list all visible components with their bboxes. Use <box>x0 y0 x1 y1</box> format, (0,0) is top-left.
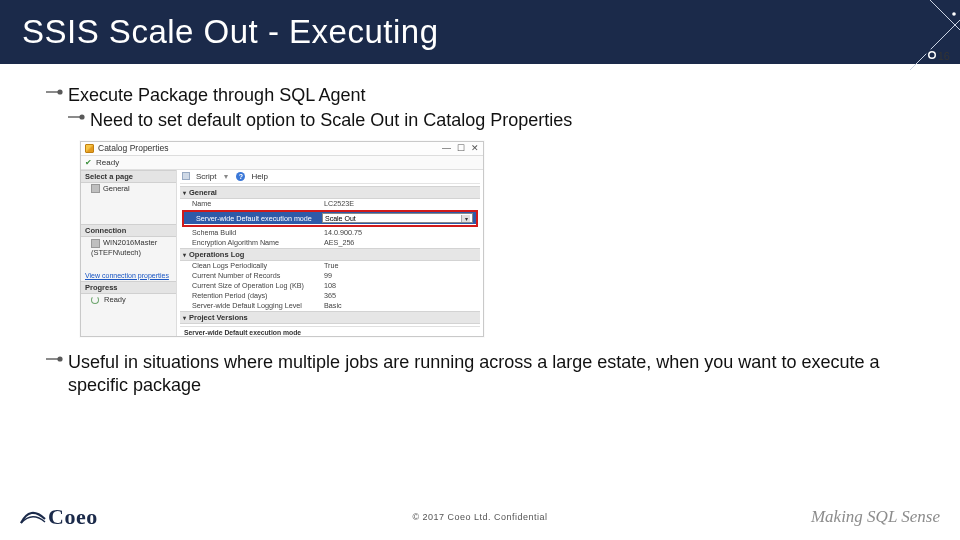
exec-mode-label: Server-wide Default execution mode <box>196 214 322 223</box>
ready-label: Ready <box>96 158 119 167</box>
svg-point-11 <box>57 356 62 361</box>
group-oplog: ▾Operations Log <box>180 248 480 261</box>
prop-row: Schema Build14.0.900.75 <box>180 228 480 238</box>
desc-title: Server-wide Default execution mode <box>184 329 476 336</box>
tagline: Making SQL Sense <box>811 507 940 527</box>
logo-swoosh-icon <box>20 509 46 525</box>
bullet-icon <box>46 88 68 96</box>
left-item-general[interactable]: General <box>81 183 176 195</box>
chevron-down-icon[interactable]: ▾ <box>461 215 470 222</box>
view-connection-link[interactable]: View connection properties <box>81 270 176 281</box>
bullet-text: Execute Package through SQL Agent <box>68 84 914 107</box>
script-icon[interactable] <box>182 172 190 180</box>
slide-footer: Coeo © 2017 Coeo Ltd. Confidential Makin… <box>0 498 960 540</box>
prop-row: Current Size of Operation Log (KB)108 <box>180 281 480 291</box>
bullet-item: Useful in situations where multiple jobs… <box>46 351 914 398</box>
prop-row: Current Number of Records99 <box>180 271 480 281</box>
bullet-icon <box>68 113 90 121</box>
slide-title: SSIS Scale Out - Executing <box>22 13 439 51</box>
catalog-properties-dialog: Catalog Properties — ☐ ✕ ✔ Ready Select … <box>80 141 484 337</box>
dialog-titlebar: Catalog Properties — ☐ ✕ <box>81 142 483 156</box>
copyright: © 2017 Coeo Ltd. Confidential <box>412 512 547 522</box>
svg-line-0 <box>920 0 960 40</box>
exec-mode-value: Scale Out <box>325 215 356 222</box>
svg-point-4 <box>930 53 935 58</box>
close-icon[interactable]: ✕ <box>471 143 479 153</box>
connection-header: Connection <box>81 224 176 237</box>
svg-line-1 <box>910 10 960 70</box>
connection-value: WIN2016Master (STEFN\utech) <box>81 237 176 258</box>
maximize-icon[interactable]: ☐ <box>457 143 465 153</box>
svg-point-9 <box>79 115 84 120</box>
prop-row: NameLC2523E <box>180 199 480 209</box>
help-label[interactable]: Help <box>251 172 267 181</box>
prop-row: Encryption Algorithm NameAES_256 <box>180 238 480 248</box>
prop-row-execution-mode[interactable]: Server-wide Default execution mode Scale… <box>184 212 476 224</box>
page-number: 16 <box>938 50 950 62</box>
spinner-icon <box>91 296 99 304</box>
group-project-versions: ▾Project Versions <box>180 311 480 324</box>
prop-row: Server-wide Default Logging LevelBasic <box>180 301 480 311</box>
bullet-item: Execute Package through SQL Agent <box>46 84 914 107</box>
slide-header: SSIS Scale Out - Executing <box>0 0 960 64</box>
bullet-item-sub: Need to set default option to Scale Out … <box>68 109 914 132</box>
property-description: Server-wide Default execution mode The d… <box>180 326 480 336</box>
help-icon[interactable]: ? <box>236 172 245 181</box>
logo-text: Coeo <box>48 504 98 530</box>
right-toolbar: Script ▾ ? Help <box>180 172 480 184</box>
script-label[interactable]: Script <box>196 172 216 181</box>
dialog-left-panel: Select a page General Connection WIN2016… <box>81 170 177 336</box>
progress-header: Progress <box>81 281 176 294</box>
group-general: ▾General <box>180 186 480 199</box>
select-page-header: Select a page <box>81 170 176 183</box>
bullet-text: Need to set default option to Scale Out … <box>90 109 914 132</box>
bullet-icon <box>46 355 68 363</box>
dialog-right-panel: Script ▾ ? Help ▾General NameLC2523E Ser… <box>177 170 483 336</box>
svg-point-7 <box>57 89 62 94</box>
progress-ready: Ready <box>81 294 176 305</box>
highlight-callout: Server-wide Default execution mode Scale… <box>182 210 478 227</box>
bullet-text: Useful in situations where multiple jobs… <box>68 351 914 398</box>
prop-row: Clean Logs PeriodicallyTrue <box>180 261 480 271</box>
app-icon <box>85 144 94 153</box>
prop-row: Retention Period (days)365 <box>180 291 480 301</box>
minimize-icon[interactable]: — <box>442 143 451 153</box>
coeo-logo: Coeo <box>20 504 98 530</box>
svg-point-5 <box>952 12 956 16</box>
exec-mode-dropdown[interactable]: Scale Out ▾ <box>322 213 473 223</box>
dialog-statusbar: ✔ Ready <box>81 156 483 170</box>
slide-content: Execute Package through SQL Agent Need t… <box>0 64 960 406</box>
dialog-title: Catalog Properties <box>98 143 442 153</box>
ready-star-icon: ✔ <box>85 158 92 167</box>
